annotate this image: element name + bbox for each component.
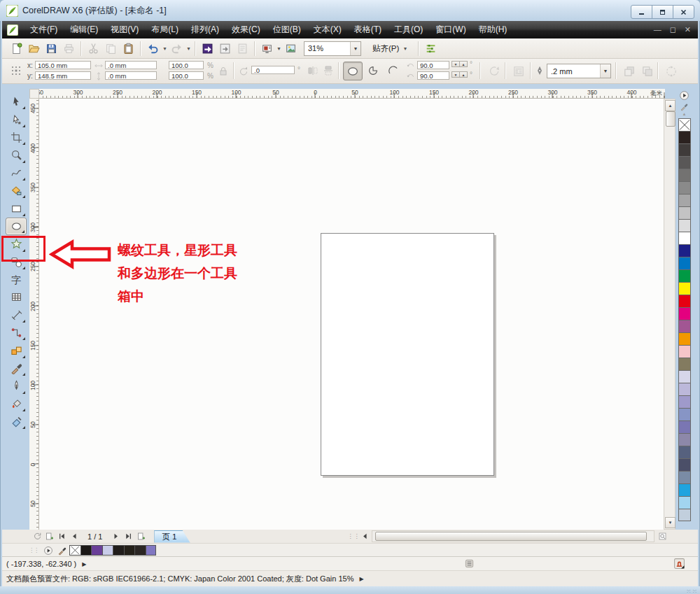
resize-grip[interactable]: ⁙⁙ — [686, 588, 698, 594]
scale-y-field[interactable]: 100.0 — [169, 71, 204, 80]
navigator-button[interactable] — [656, 531, 668, 542]
add-page-button-2[interactable] — [134, 531, 147, 542]
color-swatch[interactable] — [678, 307, 691, 320]
ruler-origin[interactable] — [29, 89, 39, 99]
color-swatch[interactable] — [678, 395, 691, 408]
color-swatch[interactable] — [678, 483, 691, 496]
menu-item-view[interactable]: 视图(V) — [104, 21, 145, 38]
menu-item-tools[interactable]: 工具(O) — [388, 21, 429, 38]
profile-flyout-arrow[interactable]: ▶ — [359, 576, 363, 582]
next-page-button[interactable] — [109, 531, 122, 542]
copy-button[interactable] — [102, 40, 120, 57]
color-swatch[interactable] — [678, 496, 691, 509]
color-swatch[interactable] — [678, 143, 691, 156]
menu-item-edit[interactable]: 编辑(E) — [64, 21, 104, 38]
color-swatch[interactable] — [678, 282, 691, 295]
color-swatch[interactable] — [678, 295, 691, 307]
color-swatch[interactable] — [678, 509, 691, 521]
to-front-button[interactable] — [620, 62, 638, 79]
doc-close-button[interactable]: ✕ — [685, 24, 691, 34]
rotation-angle-field[interactable]: .0 — [251, 66, 295, 74]
color-swatch[interactable] — [678, 471, 691, 483]
horizontal-scroll-thumb[interactable] — [375, 532, 647, 541]
paste-button[interactable] — [120, 40, 137, 57]
arc-mode-button[interactable] — [384, 62, 402, 79]
save-button[interactable] — [43, 40, 60, 57]
color-swatch[interactable] — [678, 206, 691, 219]
crop-tool[interactable] — [6, 129, 27, 146]
change-direction-button[interactable] — [484, 62, 502, 79]
document-color-swatch[interactable] — [91, 545, 102, 556]
cut-button[interactable] — [85, 40, 102, 57]
coords-flyout-arrow[interactable]: ▶ — [82, 561, 86, 567]
palette-drag-handle[interactable]: ⋮⋮ — [29, 547, 38, 553]
color-swatch[interactable] — [678, 232, 691, 244]
y-position-field[interactable]: 148.5 mm — [35, 71, 91, 80]
arc-start-angle-field[interactable]: 90.0 — [417, 61, 449, 69]
undo-button[interactable] — [144, 40, 162, 57]
palette-flyout-button[interactable] — [679, 90, 690, 101]
export-button[interactable] — [216, 40, 234, 57]
color-swatch[interactable] — [678, 358, 691, 370]
fill-status-icon[interactable] — [673, 558, 685, 570]
color-swatch[interactable] — [678, 194, 691, 206]
arc-end-angle-field[interactable]: 90.0 — [417, 71, 449, 80]
menu-item-table[interactable]: 表格(T) — [348, 21, 388, 38]
zoom-level-combo[interactable]: 31%▼ — [304, 41, 361, 56]
object-details-icon[interactable] — [464, 558, 475, 569]
no-color-swatch[interactable] — [678, 118, 691, 131]
redo-button[interactable] — [168, 40, 186, 57]
ellipse-tool[interactable] — [6, 218, 27, 235]
rectangle-tool[interactable] — [6, 199, 27, 217]
fullscreen-preview-button[interactable] — [282, 40, 300, 57]
scroll-up-arrow[interactable]: ▲ — [665, 100, 676, 111]
minimize-button[interactable] — [631, 5, 652, 19]
close-button[interactable] — [673, 5, 694, 19]
document-color-swatch[interactable] — [80, 545, 92, 556]
pie-mode-button[interactable] — [364, 62, 382, 79]
x-position-field[interactable]: 105.0 mm — [35, 61, 91, 69]
color-swatch[interactable] — [678, 269, 691, 282]
previous-page-button[interactable] — [68, 531, 80, 542]
document-color-swatch[interactable] — [146, 545, 157, 556]
blend-tool[interactable] — [6, 341, 27, 359]
page-curl-icon[interactable] — [30, 531, 43, 542]
publish-pdf-button[interactable] — [234, 40, 251, 57]
object-width-field[interactable]: .0 mm — [105, 61, 157, 69]
menu-item-arrange[interactable]: 排列(A) — [185, 21, 225, 38]
doc-no-color-swatch[interactable] — [69, 545, 80, 556]
color-swatch[interactable] — [678, 458, 691, 471]
zoom-levels-button[interactable] — [258, 40, 276, 57]
menu-item-effects[interactable]: 效果(C) — [225, 21, 267, 38]
new-document-button[interactable] — [8, 40, 25, 57]
snap-to-button[interactable]: 贴齐(P)▼ — [368, 41, 412, 56]
color-swatch[interactable] — [678, 370, 691, 383]
import-button[interactable] — [199, 40, 216, 57]
object-height-field[interactable]: .0 mm — [105, 71, 157, 80]
doc-restore-button[interactable]: ◻ — [670, 24, 676, 34]
color-swatch[interactable] — [678, 408, 691, 420]
interactive-fill-tool[interactable] — [6, 413, 27, 430]
palette-scroll-up[interactable]: ▲ — [680, 112, 689, 116]
scroll-left-arrow[interactable] — [360, 531, 370, 542]
page-tab[interactable]: 页 1 — [154, 530, 190, 543]
drawing-canvas[interactable]: 螺纹工具，星形工具 和多边形在一个工具 箱中 — [39, 99, 664, 530]
color-swatch[interactable] — [678, 320, 691, 332]
color-swatch[interactable] — [678, 257, 691, 269]
menu-item-window[interactable]: 窗口(W) — [429, 21, 472, 38]
ellipse-mode-button[interactable] — [343, 62, 363, 80]
mirror-horizontal-icon[interactable] — [307, 65, 318, 76]
document-color-swatch[interactable] — [102, 545, 113, 556]
vertical-scroll-thumb[interactable] — [666, 111, 676, 127]
mirror-vertical-icon[interactable] — [323, 65, 334, 76]
scroll-down-arrow[interactable]: ▼ — [665, 517, 676, 528]
print-button[interactable] — [60, 40, 78, 57]
arc-start-spin-up[interactable]: ▲ — [459, 61, 468, 67]
menu-item-bitmaps[interactable]: 位图(B) — [267, 21, 307, 38]
add-page-button[interactable] — [43, 531, 55, 542]
chevron-down-icon[interactable]: ▼ — [162, 46, 168, 51]
outline-pen-tool[interactable] — [6, 377, 27, 395]
maximize-button[interactable] — [652, 5, 673, 19]
color-swatch[interactable] — [678, 345, 691, 358]
doc-minimize-button[interactable]: — — [654, 24, 662, 34]
